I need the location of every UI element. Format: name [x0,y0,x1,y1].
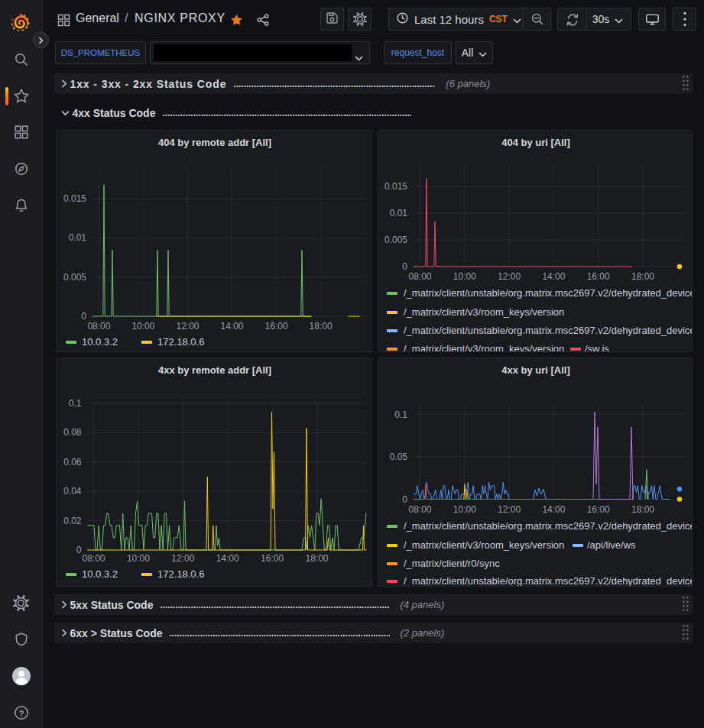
svg-text:12:00: 12:00 [171,553,194,564]
svg-text:0.005: 0.005 [63,272,86,283]
svg-text:18:00: 18:00 [631,271,654,282]
svg-text:0.015: 0.015 [63,193,86,204]
svg-text:12:00: 12:00 [498,504,521,515]
svg-text:16:00: 16:00 [587,504,610,515]
svg-text:0.06: 0.06 [63,457,82,468]
svg-text:0.1: 0.1 [394,409,407,420]
svg-text:0.02: 0.02 [63,516,82,526]
svg-text:0.04: 0.04 [63,486,82,497]
svg-text:18:00: 18:00 [310,321,333,332]
svg-text:14:00: 14:00 [542,271,565,282]
svg-text:0.015: 0.015 [384,181,407,192]
svg-text:08:00: 08:00 [408,504,431,515]
svg-text:0.005: 0.005 [384,235,407,245]
svg-text:10:00: 10:00 [131,321,154,332]
svg-text:0.05: 0.05 [390,451,408,462]
svg-text:14:00: 14:00 [220,321,243,332]
svg-text:18:00: 18:00 [631,504,654,515]
svg-text:18:00: 18:00 [305,553,328,564]
svg-text:0.1: 0.1 [69,398,82,409]
svg-text:16:00: 16:00 [587,271,610,282]
svg-text:0: 0 [81,311,86,322]
svg-text:08:00: 08:00 [408,271,431,282]
svg-text:12:00: 12:00 [176,321,199,332]
svg-text:14:00: 14:00 [542,504,565,515]
svg-text:0.08: 0.08 [63,427,82,438]
svg-text:10:00: 10:00 [453,504,476,515]
svg-text:08:00: 08:00 [87,321,110,332]
svg-text:?: ? [18,709,24,718]
svg-text:0: 0 [402,494,407,505]
svg-text:14:00: 14:00 [216,553,239,564]
svg-text:0: 0 [402,261,407,272]
svg-text:16:00: 16:00 [261,553,284,564]
svg-text:0.01: 0.01 [390,208,408,218]
svg-text:08:00: 08:00 [82,553,105,564]
svg-text:0: 0 [76,545,82,555]
svg-text:10:00: 10:00 [127,553,150,564]
svg-text:0.01: 0.01 [69,232,87,243]
svg-text:10:00: 10:00 [453,271,476,282]
svg-text:12:00: 12:00 [498,271,521,282]
svg-text:16:00: 16:00 [265,321,288,332]
